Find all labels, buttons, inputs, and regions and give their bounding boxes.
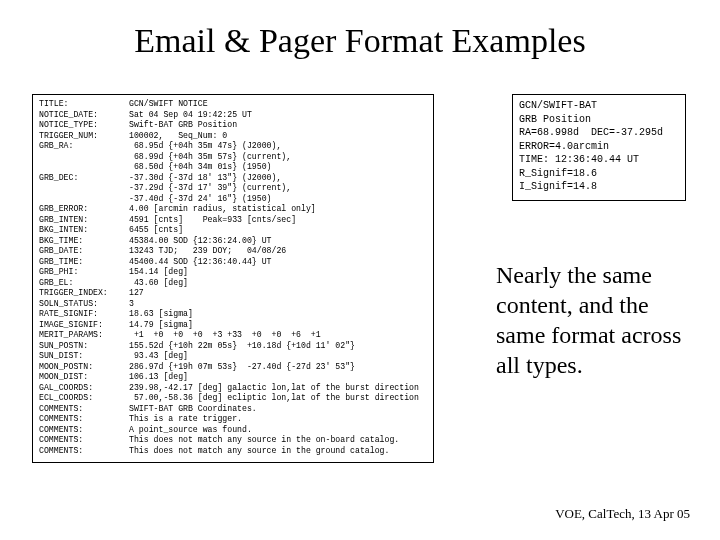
summary-block: GCN/SWIFT-BAT GRB Position RA=68.998d DE… [512, 94, 686, 201]
row-key: GAL_COORDS: [39, 383, 129, 394]
row-key: NOTICE_DATE: [39, 110, 129, 121]
summary-line: GRB Position [519, 114, 591, 125]
row-key: MOON_POSTN: [39, 362, 129, 373]
summary-line: GCN/SWIFT-BAT [519, 100, 597, 111]
summary-line: I_Signif=14.8 [519, 181, 597, 192]
row-val: -37.40d {-37d 24' 16"} (1950) [129, 194, 272, 203]
row-val: 45384.00 SOD {12:36:24.00} UT [129, 236, 272, 245]
row-val: 93.43 [deg] [129, 351, 188, 360]
summary-line: TIME: 12:36:40.44 UT [519, 154, 639, 165]
page-title: Email & Pager Format Examples [0, 22, 720, 60]
row-key: MOON_DIST: [39, 372, 129, 383]
row-val: 286.97d {+19h 07m 53s} -27.40d {-27d 23'… [129, 362, 355, 371]
row-key: TRIGGER_INDEX: [39, 288, 129, 299]
row-key: COMMENTS: [39, 435, 129, 446]
row-key: GRB_TIME: [39, 257, 129, 268]
row-val: Swift-BAT GRB Position [129, 120, 237, 129]
row-val: Sat 04 Sep 04 19:42:25 UT [129, 110, 252, 119]
row-val: 155.52d {+10h 22m 05s} +10.18d {+10d 11'… [129, 341, 355, 350]
row-val: 3 [129, 299, 134, 308]
row-val: This does not match any source in the gr… [129, 446, 389, 455]
row-val: +1 +0 +0 +0 +3 +33 +0 +0 +6 +1 [129, 330, 321, 339]
footer-text: VOE, CalTech, 13 Apr 05 [555, 506, 690, 522]
row-key: GRB_PHI: [39, 267, 129, 278]
row-key: GRB_DEC: [39, 173, 129, 184]
summary-line: ERROR=4.0arcmin [519, 141, 609, 152]
row-val: This is a rate trigger. [129, 414, 242, 423]
row-val: 4.00 [arcmin radius, statistical only] [129, 204, 316, 213]
notice-block: TITLE:GCN/SWIFT NOTICE NOTICE_DATE:Sat 0… [32, 94, 434, 463]
row-key: GRB_INTEN: [39, 215, 129, 226]
caption-text: Nearly the same content, and the same fo… [496, 260, 686, 380]
row-key: GRB_ERROR: [39, 204, 129, 215]
row-key: BKG_TIME: [39, 236, 129, 247]
row-val: SWIFT-BAT GRB Coordinates. [129, 404, 257, 413]
row-val: 68.99d {+04h 35m 57s} (current), [129, 152, 291, 161]
row-val: 68.50d {+04h 34m 01s} (1950) [129, 162, 272, 171]
row-val: A point_source was found. [129, 425, 252, 434]
row-key: BKG_INTEN: [39, 225, 129, 236]
row-val: 43.60 [deg] [129, 278, 188, 287]
row-val: 68.95d {+04h 35m 47s} (J2000), [129, 141, 281, 150]
row-key: GRB_RA: [39, 141, 129, 152]
summary-line: RA=68.998d DEC=-37.295d [519, 127, 663, 138]
row-val: 106.13 [deg] [129, 372, 188, 381]
row-key: GRB_DATE: [39, 246, 129, 257]
row-key: RATE_SIGNIF: [39, 309, 129, 320]
row-key: COMMENTS: [39, 404, 129, 415]
row-val: 14.79 [sigma] [129, 320, 193, 329]
row-val: 13243 TJD; 239 DOY; 04/08/26 [129, 246, 286, 255]
row-key: ECL_COORDS: [39, 393, 129, 404]
row-key: IMAGE_SIGNIF: [39, 320, 129, 331]
row-val: 57.00,-58.36 [deg] ecliptic lon,lat of t… [129, 393, 419, 402]
row-val: -37.29d {-37d 17' 39"} (current), [129, 183, 291, 192]
row-key: NOTICE_TYPE: [39, 120, 129, 131]
row-key: TITLE: [39, 99, 129, 110]
row-val: 18.63 [sigma] [129, 309, 193, 318]
row-val: 127 [129, 288, 144, 297]
row-val: 239.98,-42.17 [deg] galactic lon,lat of … [129, 383, 419, 392]
summary-line: R_Signif=18.6 [519, 168, 597, 179]
row-key: GRB_EL: [39, 278, 129, 289]
row-val: 6455 [cnts] [129, 225, 183, 234]
row-key: COMMENTS: [39, 425, 129, 436]
row-val: 4591 [cnts] Peak=933 [cnts/sec] [129, 215, 296, 224]
row-val: This does not match any source in the on… [129, 435, 399, 444]
row-val: 45400.44 SOD {12:36:40.44} UT [129, 257, 272, 266]
row-val: -37.30d {-37d 18' 13"} (J2000), [129, 173, 281, 182]
row-key: COMMENTS: [39, 414, 129, 425]
row-val: 154.14 [deg] [129, 267, 188, 276]
row-key: SUN_DIST: [39, 351, 129, 362]
row-key: TRIGGER_NUM: [39, 131, 129, 142]
row-key: MERIT_PARAMS: [39, 330, 129, 341]
row-key: SOLN_STATUS: [39, 299, 129, 310]
row-key: COMMENTS: [39, 446, 129, 457]
row-val: GCN/SWIFT NOTICE [129, 99, 208, 108]
row-key: SUN_POSTN: [39, 341, 129, 352]
row-val: 100002, Seq_Num: 0 [129, 131, 227, 140]
